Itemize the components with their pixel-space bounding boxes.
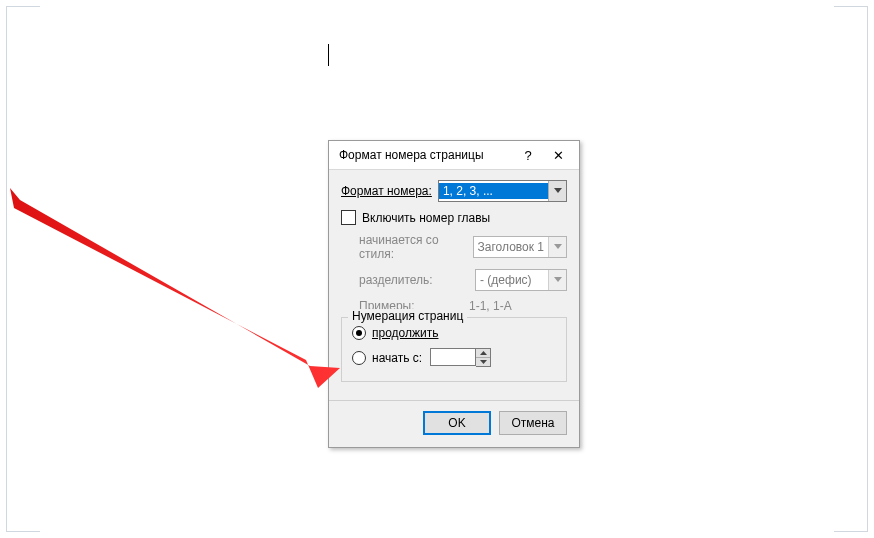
start-at-radio-row[interactable]: начать с:: [352, 348, 556, 367]
chevron-down-icon[interactable]: [548, 181, 566, 201]
ok-button[interactable]: OK: [423, 411, 491, 435]
dialog-buttons: OK Отмена: [329, 401, 579, 447]
close-button[interactable]: ✕: [543, 144, 573, 166]
examples-value: 1-1, 1-A: [469, 299, 512, 313]
page-numbering-group: Нумерация страниц продолжить начать с:: [341, 317, 567, 382]
start-at-spinner[interactable]: [430, 348, 491, 367]
group-legend: Нумерация страниц: [348, 309, 467, 323]
format-label: Формат номера:: [341, 184, 432, 198]
number-format-value: 1, 2, 3, ...: [439, 183, 548, 199]
chevron-down-icon: [548, 237, 566, 257]
chevron-down-icon: [548, 270, 566, 290]
separator-label: разделитель:: [359, 273, 469, 287]
start-at-input[interactable]: [430, 348, 476, 366]
page-number-format-dialog: Формат номера страницы ? ✕ Формат номера…: [328, 140, 580, 448]
dialog-title: Формат номера страницы: [339, 148, 513, 162]
include-chapter-checkbox[interactable]: [341, 210, 356, 225]
help-button[interactable]: ?: [513, 144, 543, 166]
continue-radio[interactable]: [352, 326, 366, 340]
continue-radio-label: продолжить: [372, 326, 438, 340]
format-row: Формат номера: 1, 2, 3, ...: [341, 180, 567, 202]
starts-with-style-combo: Заголовок 1: [473, 236, 567, 258]
separator-value: - (дефис): [476, 272, 548, 288]
include-chapter-row[interactable]: Включить номер главы: [341, 210, 567, 225]
cancel-button[interactable]: Отмена: [499, 411, 567, 435]
start-at-radio-label: начать с:: [372, 351, 422, 365]
starts-with-style-value: Заголовок 1: [474, 239, 548, 255]
text-cursor: [328, 44, 329, 66]
chapter-options: начинается со стиля: Заголовок 1 раздели…: [341, 233, 567, 313]
starts-with-style-label: начинается со стиля:: [359, 233, 467, 261]
continue-radio-row[interactable]: продолжить: [352, 326, 556, 340]
start-at-radio[interactable]: [352, 351, 366, 365]
spin-down[interactable]: [476, 358, 490, 366]
number-format-combo[interactable]: 1, 2, 3, ...: [438, 180, 567, 202]
dialog-body: Формат номера: 1, 2, 3, ... Включить ном…: [329, 170, 579, 394]
spin-up[interactable]: [476, 349, 490, 358]
dialog-titlebar: Формат номера страницы ? ✕: [329, 141, 579, 170]
separator-combo: - (дефис): [475, 269, 567, 291]
include-chapter-label: Включить номер главы: [362, 211, 490, 225]
